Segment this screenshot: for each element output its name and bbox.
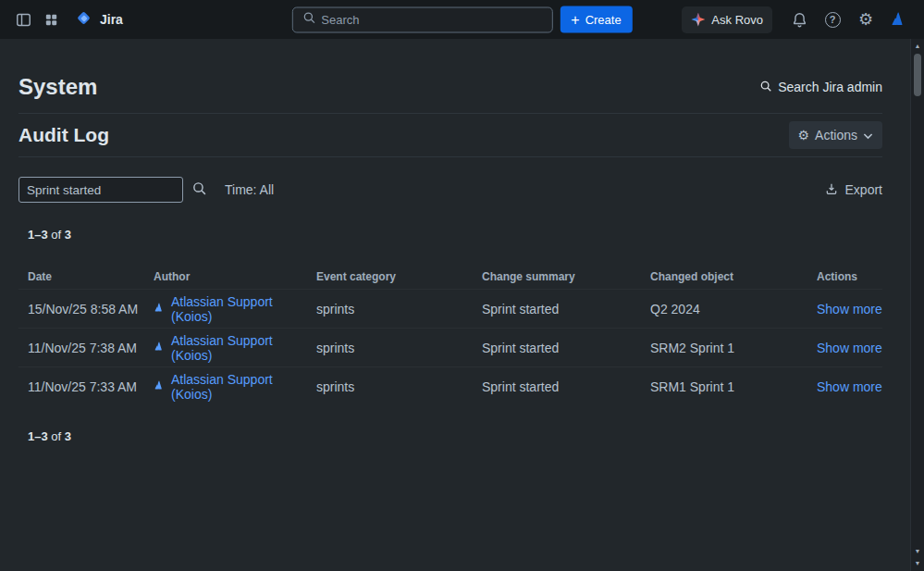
filter-bar: Time: All Export <box>18 177 882 203</box>
atlassian-avatar-icon <box>154 341 166 355</box>
jira-home-link[interactable]: Jira <box>74 8 123 31</box>
column-header-actions: Actions <box>817 270 882 283</box>
actions-button-label: Actions <box>815 128 857 143</box>
cell-author: Atlassian Support (Koios) <box>154 333 316 363</box>
cell-summary: Sprint started <box>482 379 650 394</box>
settings-button[interactable]: ⚙ <box>852 6 880 33</box>
cell-object: Q2 2024 <box>650 302 817 317</box>
ask-rovo-label: Ask Rovo <box>711 13 763 27</box>
pagination-bottom: 1–3 of 3 <box>28 429 882 443</box>
rovo-icon <box>691 13 705 27</box>
column-header-summary: Change summary <box>482 270 650 283</box>
bell-icon <box>791 11 808 29</box>
scrollbar-thumb[interactable] <box>914 54 921 96</box>
topbar: Jira + Create Ask Rovo <box>0 0 924 39</box>
ask-rovo-button[interactable]: Ask Rovo <box>682 6 772 33</box>
column-header-date: Date <box>18 270 154 283</box>
audit-search-input[interactable] <box>18 177 183 203</box>
search-icon <box>191 180 207 199</box>
export-button[interactable]: Export <box>824 181 882 199</box>
sidebar-toggle-button[interactable] <box>9 6 37 33</box>
main-content: System Search Jira admin Audit Log ⚙ Act… <box>0 39 910 571</box>
pagination-of: of <box>51 429 61 443</box>
cell-summary: Sprint started <box>482 302 650 317</box>
column-header-author: Author <box>154 270 316 283</box>
cell-category: sprints <box>316 341 482 355</box>
cell-object: SRM2 Sprint 1 <box>650 341 817 355</box>
gear-icon: ⚙ <box>858 11 873 28</box>
search-jira-admin-link[interactable]: Search Jira admin <box>759 80 882 95</box>
jira-logo-icon <box>74 8 93 31</box>
global-search-input[interactable] <box>321 13 542 27</box>
question-icon: ? <box>825 12 841 28</box>
audit-log-title: Audit Log <box>18 124 109 146</box>
gear-icon: ⚙ <box>798 129 810 142</box>
table-row: 15/Nov/25 8:58 AM Atlassian Support (Koi… <box>18 289 882 328</box>
cell-category: sprints <box>316 379 482 394</box>
app-grid-icon <box>43 12 59 28</box>
search-button[interactable] <box>191 180 207 199</box>
app-name: Jira <box>100 12 123 27</box>
author-link[interactable]: Atlassian Support (Koios) <box>171 294 316 324</box>
audit-table: Date Author Event category Change summar… <box>18 265 882 405</box>
time-filter[interactable]: Time: All <box>225 182 274 197</box>
author-link[interactable]: Atlassian Support (Koios) <box>171 372 316 402</box>
global-search[interactable] <box>291 6 552 32</box>
search-jira-admin-label: Search Jira admin <box>778 80 882 94</box>
pagination-total: 3 <box>65 228 71 242</box>
export-label: Export <box>845 182 882 197</box>
pagination-range: 1–3 <box>28 429 48 443</box>
cell-date: 11/Nov/25 7:33 AM <box>18 379 154 394</box>
search-icon <box>302 11 315 29</box>
author-link[interactable]: Atlassian Support (Koios) <box>171 333 316 363</box>
cell-author: Atlassian Support (Koios) <box>154 372 316 402</box>
app-switcher-button[interactable] <box>37 6 65 33</box>
create-button-label: Create <box>585 13 622 27</box>
system-header: System Search Jira admin <box>18 74 882 100</box>
table-header-row: Date Author Event category Change summar… <box>18 265 882 289</box>
show-more-link[interactable]: Show more <box>817 379 882 394</box>
cell-object: SRM1 Sprint 1 <box>650 379 817 394</box>
cell-summary: Sprint started <box>482 341 650 355</box>
cell-date: 15/Nov/25 8:58 AM <box>18 302 154 317</box>
cell-date: 11/Nov/25 7:38 AM <box>18 341 154 355</box>
pagination-top: 1–3 of 3 <box>28 228 882 242</box>
export-icon <box>824 181 839 199</box>
notifications-button[interactable] <box>785 6 813 33</box>
cell-author: Atlassian Support (Koios) <box>154 294 316 324</box>
help-button[interactable]: ? <box>819 6 846 33</box>
column-header-category: Event category <box>316 270 482 283</box>
atlassian-logo[interactable] <box>885 6 913 33</box>
create-button[interactable]: + Create <box>560 6 632 33</box>
chevron-down-icon <box>863 128 873 143</box>
pagination-range: 1–3 <box>28 228 48 242</box>
pagination-total: 3 <box>65 429 71 443</box>
audit-log-header: Audit Log ⚙ Actions <box>18 114 882 156</box>
plus-icon: + <box>571 12 579 27</box>
page-title: System <box>18 74 97 100</box>
table-row: 11/Nov/25 7:38 AM Atlassian Support (Koi… <box>18 328 882 366</box>
pagination-of: of <box>51 228 61 242</box>
scrollbar[interactable]: ▲ ▼ ▼ <box>910 39 924 571</box>
search-icon <box>759 80 772 95</box>
cell-category: sprints <box>316 302 482 317</box>
scroll-down-arrow[interactable]: ▼ <box>911 559 924 568</box>
atlassian-avatar-icon <box>154 302 166 317</box>
show-more-link[interactable]: Show more <box>817 302 882 317</box>
column-header-object: Changed object <box>650 270 817 283</box>
show-more-link[interactable]: Show more <box>817 341 882 355</box>
sidebar-panel-icon <box>15 11 32 29</box>
scroll-up-arrow[interactable]: ▲ <box>911 42 924 51</box>
divider <box>18 156 882 157</box>
atlassian-avatar-icon <box>154 379 166 394</box>
actions-button[interactable]: ⚙ Actions <box>789 121 882 149</box>
table-row: 11/Nov/25 7:33 AM Atlassian Support (Koi… <box>18 366 882 405</box>
scroll-up-arrow-bottom[interactable]: ▼ <box>911 547 924 556</box>
